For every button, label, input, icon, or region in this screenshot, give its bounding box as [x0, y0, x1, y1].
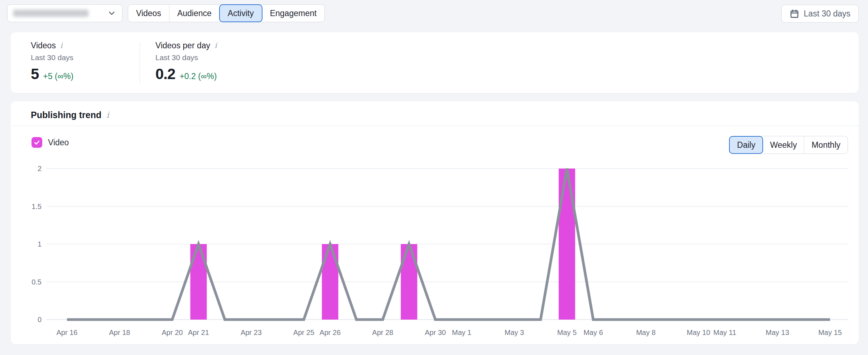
- stat-videos-title: Videos: [31, 41, 56, 50]
- bar[interactable]: [559, 169, 575, 320]
- x-axis-tick-label: Apr 20: [161, 329, 183, 336]
- x-axis-tick-label: May 5: [557, 329, 577, 336]
- granularity-switch: Daily Weekly Monthly: [729, 136, 848, 154]
- stat-videos-per-day: Videos per day i Last 30 days 0.2 +0.2 (…: [155, 41, 218, 83]
- granularity-weekly[interactable]: Weekly: [763, 136, 804, 154]
- account-dropdown[interactable]: [7, 4, 122, 22]
- checkbox-checked-icon: [32, 137, 42, 148]
- tab-videos[interactable]: Videos: [128, 5, 169, 22]
- chevron-down-icon: [107, 9, 116, 18]
- stat-videos: Videos i Last 30 days 5 +5 (∞%): [31, 41, 73, 83]
- date-range-button[interactable]: Last 30 days: [781, 5, 859, 23]
- info-icon[interactable]: i: [59, 42, 63, 49]
- y-axis-tick-label: 1: [38, 240, 42, 248]
- y-axis-tick-label: 1.5: [32, 203, 42, 210]
- x-axis-tick-label: May 6: [583, 329, 603, 336]
- y-axis-tick-label: 2: [38, 165, 42, 172]
- x-axis-tick-label: May 10: [687, 329, 710, 336]
- top-bar: Videos Audience Activity Engagement Last…: [0, 0, 868, 26]
- x-axis-tick-label: Apr 16: [57, 329, 78, 336]
- bar[interactable]: [190, 244, 207, 320]
- publishing-trend-card: Publishing trend i Video Daily Weekly Mo…: [11, 101, 859, 344]
- legend-video-checkbox[interactable]: Video: [32, 137, 69, 148]
- date-range-label: Last 30 days: [804, 9, 850, 19]
- x-axis-tick-label: May 15: [818, 329, 842, 336]
- trend-line: [67, 169, 830, 320]
- x-axis-tick-label: Apr 30: [425, 329, 446, 336]
- y-axis-tick-label: 0: [38, 316, 42, 324]
- stat-videos-value: 5: [31, 65, 39, 83]
- tab-engagement[interactable]: Engagement: [262, 5, 324, 22]
- stat-videos-delta: +5 (∞%): [43, 72, 73, 81]
- x-axis-tick-label: Apr 23: [241, 329, 262, 336]
- publishing-trend-title: Publishing trend: [31, 110, 101, 120]
- analytics-tabs: Videos Audience Activity Engagement: [128, 4, 325, 22]
- granularity-daily[interactable]: Daily: [729, 136, 763, 154]
- calendar-icon: [790, 9, 799, 19]
- account-name-blurred: [13, 10, 88, 17]
- stat-videos-per-day-title: Videos per day: [155, 41, 210, 50]
- stat-videos-per-day-period: Last 30 days: [155, 53, 218, 62]
- tab-audience[interactable]: Audience: [169, 5, 220, 22]
- granularity-monthly[interactable]: Monthly: [804, 136, 848, 154]
- x-axis-tick-label: Apr 18: [109, 329, 130, 336]
- stat-videos-period: Last 30 days: [31, 53, 73, 62]
- info-icon[interactable]: i: [106, 111, 110, 119]
- x-axis-tick-label: May 13: [766, 329, 789, 336]
- activity-stats-card: Videos i Last 30 days 5 +5 (∞%) Videos p…: [11, 32, 859, 93]
- x-axis-tick-label: Apr 28: [372, 329, 393, 336]
- stat-videos-per-day-delta: +0.2 (∞%): [179, 72, 217, 81]
- bar[interactable]: [401, 244, 417, 320]
- stats-divider: [140, 42, 140, 83]
- stat-videos-per-day-value: 0.2: [155, 65, 175, 83]
- x-axis-tick-label: Apr 21: [188, 329, 209, 336]
- header-divider: [11, 126, 859, 126]
- tab-activity[interactable]: Activity: [219, 4, 262, 22]
- legend-video-label: Video: [48, 138, 69, 147]
- x-axis-tick-label: May 3: [505, 329, 524, 336]
- x-axis-tick-label: Apr 25: [293, 329, 314, 336]
- x-axis-tick-label: Apr 26: [319, 329, 341, 336]
- x-axis-tick-label: May 11: [713, 329, 736, 336]
- x-axis-tick-label: May 8: [636, 329, 655, 336]
- bar[interactable]: [322, 244, 338, 320]
- y-axis-tick-label: 0.5: [32, 278, 42, 286]
- x-axis-tick-label: May 1: [452, 329, 471, 336]
- info-icon[interactable]: i: [214, 42, 218, 49]
